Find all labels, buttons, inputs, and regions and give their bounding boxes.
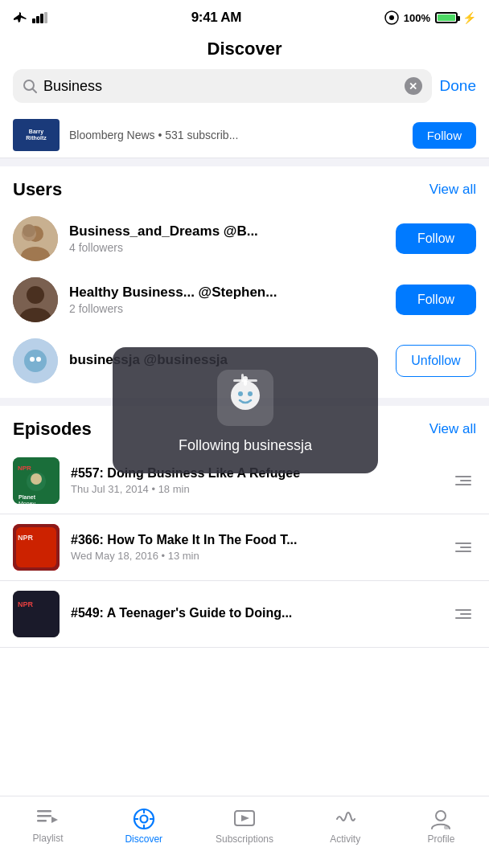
episode-meta-2: Wed May 18, 2016 • 13 min (71, 550, 439, 562)
clear-search-button[interactable]: ✕ (405, 77, 422, 95)
nav-label-activity: Activity (330, 833, 360, 845)
user-followers-1: 4 followers (69, 241, 384, 254)
svg-rect-2 (40, 14, 43, 23)
battery-percent: 100% (404, 12, 430, 24)
playlist-icon (37, 809, 60, 829)
episode-info-2: #366: How To Make It In The Food T... We… (71, 533, 439, 562)
bloomberg-thumbnail: BarryRitholtz (13, 119, 60, 151)
episode-thumb-image-2: NPR (13, 524, 60, 571)
svg-text:Money: Money (18, 501, 36, 504)
charging-icon: ⚡ (462, 11, 476, 24)
menu-line-short (460, 547, 471, 548)
svg-marker-42 (51, 817, 58, 823)
svg-rect-0 (32, 18, 35, 23)
nav-item-subscriptions[interactable]: Subscriptions (208, 803, 281, 850)
svg-point-44 (140, 815, 147, 822)
episode-menu-button-1[interactable] (450, 471, 476, 490)
nav-item-discover[interactable]: Discover (112, 803, 176, 850)
svg-rect-40 (37, 815, 51, 817)
svg-text:NPR: NPR (18, 465, 31, 472)
nav-label-subscriptions: Subscriptions (216, 833, 273, 845)
nav-label-playlist: Playlist (33, 833, 64, 844)
avatar-image-2 (13, 277, 58, 322)
svg-rect-39 (37, 810, 51, 813)
svg-rect-52 (444, 825, 449, 829)
users-view-all-button[interactable]: View all (429, 182, 476, 198)
user-row-1: Business_and_Dreams @B... 4 followers Fo… (0, 208, 489, 269)
user-name-2: Healthy Business... @Stephen... (69, 285, 384, 301)
menu-line (455, 484, 471, 485)
user-avatar-3 (13, 338, 58, 383)
episode-row-3: NPR #549: A Teenager's Guide to Doing... (0, 581, 489, 648)
svg-point-6 (24, 80, 34, 90)
episode-thumb-image-1: NPR Planet Money (13, 457, 60, 504)
episode-thumb-image-3: NPR (13, 591, 60, 637)
svg-point-23 (248, 391, 253, 396)
users-section-title: Users (13, 179, 62, 200)
airplane-icon (13, 11, 27, 24)
svg-point-33 (31, 473, 42, 485)
follow-button-2[interactable]: Follow (396, 285, 476, 315)
discover-icon (133, 808, 155, 830)
search-input-wrapper[interactable]: Business ✕ (13, 69, 432, 103)
nav-label-discover: Discover (125, 833, 162, 845)
user-avatar-2 (13, 277, 58, 322)
svg-point-5 (389, 15, 394, 20)
menu-line (455, 551, 471, 552)
episodes-view-all-button[interactable]: View all (429, 421, 476, 437)
bottom-navigation: Playlist Discover Subscriptions Activity (0, 796, 489, 868)
episode-thumbnail-2: NPR (13, 524, 60, 571)
battery-icon (435, 12, 458, 23)
episode-menu-button-3[interactable] (450, 604, 476, 624)
bloomberg-row: BarryRitholtz Bloomberg News • 531 subsc… (0, 113, 489, 158)
following-toast: Following businessja (113, 347, 378, 473)
search-icon (23, 79, 37, 93)
user-info-1: Business_and_Dreams @B... 4 followers (69, 223, 384, 254)
episode-thumbnail-1: NPR Planet Money (13, 457, 60, 504)
nav-item-activity[interactable]: Activity (313, 803, 377, 850)
page-title: Discover (0, 32, 489, 69)
avatar-image-1 (13, 216, 58, 261)
user-avatar-1 (13, 216, 58, 261)
svg-point-51 (436, 811, 446, 821)
done-button[interactable]: Done (440, 77, 476, 95)
unfollow-button-3[interactable]: Unfollow (396, 345, 476, 377)
nav-item-profile[interactable]: Profile (409, 803, 473, 850)
menu-line (455, 542, 471, 544)
menu-line (455, 617, 471, 619)
svg-point-14 (27, 286, 44, 304)
svg-point-17 (24, 350, 47, 372)
svg-rect-26 (233, 379, 257, 382)
svg-point-12 (23, 224, 35, 237)
signal-icon (32, 12, 48, 23)
episode-info-3: #549: A Teenager's Guide to Doing... (71, 606, 439, 623)
nav-item-playlist[interactable]: Playlist (16, 804, 80, 849)
location-icon (384, 10, 399, 25)
avatar-image-3 (13, 338, 58, 383)
episode-thumbnail-3: NPR (13, 591, 60, 637)
user-name-1: Business_and_Dreams @B... (69, 223, 384, 240)
episode-meta-1: Thu Jul 31, 2014 • 18 min (71, 483, 439, 495)
status-right: 100% ⚡ (384, 10, 476, 25)
menu-line (455, 609, 471, 611)
episode-title-2: #366: How To Make It In The Food T... (71, 533, 439, 547)
toast-message: Following businessja (179, 437, 312, 454)
search-bar: Business ✕ Done (13, 69, 476, 103)
user-followers-2: 2 followers (69, 302, 384, 315)
search-input[interactable]: Business (43, 78, 398, 95)
user-row-2: Healthy Business... @Stephen... 2 follow… (0, 269, 489, 330)
episode-title-3: #549: A Teenager's Guide to Doing... (71, 606, 439, 620)
bloomberg-follow-button[interactable]: Follow (413, 122, 476, 149)
subscriptions-icon (233, 808, 256, 830)
users-section-header: Users View all (0, 166, 489, 208)
activity-icon (334, 808, 356, 830)
user-info-2: Healthy Business... @Stephen... 2 follow… (69, 285, 384, 315)
follow-button-1[interactable]: Follow (396, 223, 476, 254)
section-divider-1 (0, 158, 489, 166)
bloomberg-text: Bloomberg News • 531 subscrib... (69, 129, 403, 141)
nav-label-profile: Profile (427, 833, 454, 845)
svg-point-19 (36, 357, 41, 362)
svg-text:Planet: Planet (18, 494, 36, 500)
episode-menu-button-2[interactable] (450, 538, 476, 557)
status-time: 9:41 AM (191, 10, 241, 26)
